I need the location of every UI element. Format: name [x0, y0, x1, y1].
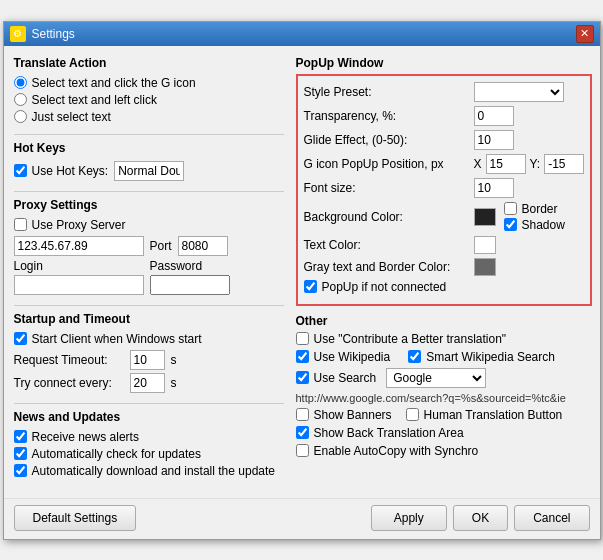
glide-input[interactable] — [474, 130, 514, 150]
news-item-2-input[interactable] — [14, 464, 27, 477]
position-label: G icon PopUp Position, px — [304, 157, 474, 171]
request-timeout-input[interactable] — [130, 350, 165, 370]
radio-left-click[interactable]: Select text and left click — [14, 93, 284, 107]
glide-row: Glide Effect, (0-50): — [304, 130, 585, 150]
style-preset-select[interactable] — [474, 82, 564, 102]
shadow-input[interactable] — [504, 218, 517, 231]
shadow-checkbox[interactable]: Shadow — [504, 218, 565, 232]
radio-just-select-label: Just select text — [32, 110, 111, 124]
back-translation-checkbox[interactable]: Show Back Translation Area — [296, 426, 464, 440]
start-client-input[interactable] — [14, 332, 27, 345]
bg-color-label: Background Color: — [304, 210, 474, 224]
position-y-input[interactable] — [544, 154, 584, 174]
window-body: Translate Action Select text and click t… — [4, 46, 600, 498]
use-hot-keys-checkbox[interactable]: Use Hot Keys: — [14, 164, 109, 178]
autocopy-row: Enable AutoCopy with Synchro — [296, 444, 593, 458]
news-section: News and Updates Receive news alerts Aut… — [14, 410, 284, 478]
banners-label: Show Banners — [314, 408, 392, 422]
border-checkbox[interactable]: Border — [504, 202, 565, 216]
proxy-labels-row: Login Password — [14, 259, 284, 273]
cancel-button[interactable]: Cancel — [514, 505, 589, 531]
try-connect-label: Try connect every: — [14, 376, 124, 390]
ok-button[interactable]: OK — [453, 505, 508, 531]
text-color-row: Text Color: — [304, 236, 585, 254]
border-input[interactable] — [504, 202, 517, 215]
use-search-checkbox[interactable]: Use Search — [296, 371, 377, 385]
try-connect-row: Try connect every: s — [14, 373, 284, 393]
autocopy-checkbox[interactable]: Enable AutoCopy with Synchro — [296, 444, 479, 458]
proxy-ip-input[interactable] — [14, 236, 144, 256]
news-item-1[interactable]: Automatically check for updates — [14, 447, 284, 461]
banners-input[interactable] — [296, 408, 309, 421]
radio-left-click-input[interactable] — [14, 93, 27, 106]
settings-window: ⚙ Settings ✕ Translate Action Select tex… — [3, 21, 601, 540]
translate-action-section: Translate Action Select text and click t… — [14, 56, 284, 124]
transparency-input[interactable] — [474, 106, 514, 126]
position-x-input[interactable] — [486, 154, 526, 174]
wikipedia-row: Use Wikipedia Smart Wikipedia Search — [296, 350, 593, 364]
radio-g-icon[interactable]: Select text and click the G icon — [14, 76, 284, 90]
style-preset-row: Style Preset: — [304, 82, 585, 102]
radio-left-click-label: Select text and left click — [32, 93, 157, 107]
proxy-section: Proxy Settings Use Proxy Server Port Log… — [14, 198, 284, 295]
startup-section: Startup and Timeout Start Client when Wi… — [14, 312, 284, 393]
default-settings-button[interactable]: Default Settings — [14, 505, 137, 531]
proxy-ip-port-row: Port — [14, 236, 284, 256]
divider-2 — [14, 191, 284, 192]
news-title: News and Updates — [14, 410, 284, 424]
proxy-port-input[interactable] — [178, 236, 228, 256]
close-button[interactable]: ✕ — [576, 25, 594, 43]
gray-color-swatch[interactable] — [474, 258, 496, 276]
hot-keys-value-input[interactable]: Normal Double Ctrl — [114, 161, 184, 181]
news-item-1-input[interactable] — [14, 447, 27, 460]
popup-connected-checkbox[interactable]: PopUp if not connected — [304, 280, 447, 294]
text-color-label: Text Color: — [304, 238, 474, 252]
proxy-title: Proxy Settings — [14, 198, 284, 212]
wikipedia-label: Use Wikipedia — [314, 350, 391, 364]
news-item-0[interactable]: Receive news alerts — [14, 430, 284, 444]
back-translation-row: Show Back Translation Area — [296, 426, 593, 440]
divider-3 — [14, 305, 284, 306]
password-input[interactable] — [150, 275, 230, 295]
login-input[interactable] — [14, 275, 144, 295]
search-engine-select[interactable]: Google Bing Yahoo — [386, 368, 486, 388]
radio-just-select[interactable]: Just select text — [14, 110, 284, 124]
footer: Default Settings Apply OK Cancel — [4, 498, 600, 539]
request-timeout-unit: s — [171, 353, 177, 367]
human-label: Human Translation Button — [424, 408, 563, 422]
start-client-checkbox[interactable]: Start Client when Windows start — [14, 332, 284, 346]
smart-wiki-input[interactable] — [408, 350, 421, 363]
use-search-input[interactable] — [296, 371, 309, 384]
font-size-input[interactable] — [474, 178, 514, 198]
radio-g-icon-input[interactable] — [14, 76, 27, 89]
radio-just-select-input[interactable] — [14, 110, 27, 123]
startup-title: Startup and Timeout — [14, 312, 284, 326]
news-item-2[interactable]: Automatically download and install the u… — [14, 464, 284, 478]
back-translation-input[interactable] — [296, 426, 309, 439]
popup-connected-input[interactable] — [304, 280, 317, 293]
contribute-input[interactable] — [296, 332, 309, 345]
try-connect-input[interactable] — [130, 373, 165, 393]
search-url: http://www.google.com/search?q=%s&source… — [296, 392, 593, 404]
apply-button[interactable]: Apply — [371, 505, 447, 531]
shadow-label: Shadow — [522, 218, 565, 232]
human-input[interactable] — [406, 408, 419, 421]
autocopy-input[interactable] — [296, 444, 309, 457]
wikipedia-input[interactable] — [296, 350, 309, 363]
smart-wiki-checkbox[interactable]: Smart Wikipedia Search — [408, 350, 555, 364]
use-proxy-input[interactable] — [14, 218, 27, 231]
use-proxy-checkbox[interactable]: Use Proxy Server — [14, 218, 126, 232]
use-hot-keys-input[interactable] — [14, 164, 27, 177]
settings-icon: ⚙ — [10, 26, 26, 42]
news-item-0-input[interactable] — [14, 430, 27, 443]
bg-color-swatch[interactable] — [474, 208, 496, 226]
text-color-swatch[interactable] — [474, 236, 496, 254]
wikipedia-checkbox[interactable]: Use Wikipedia — [296, 350, 391, 364]
banners-checkbox[interactable]: Show Banners — [296, 408, 392, 422]
try-connect-unit: s — [171, 376, 177, 390]
popup-connected-row: PopUp if not connected — [304, 280, 585, 294]
human-checkbox[interactable]: Human Translation Button — [406, 408, 563, 422]
port-label: Port — [150, 239, 172, 253]
contribute-checkbox[interactable]: Use "Contribute a Better translation" — [296, 332, 507, 346]
use-search-label: Use Search — [314, 371, 377, 385]
